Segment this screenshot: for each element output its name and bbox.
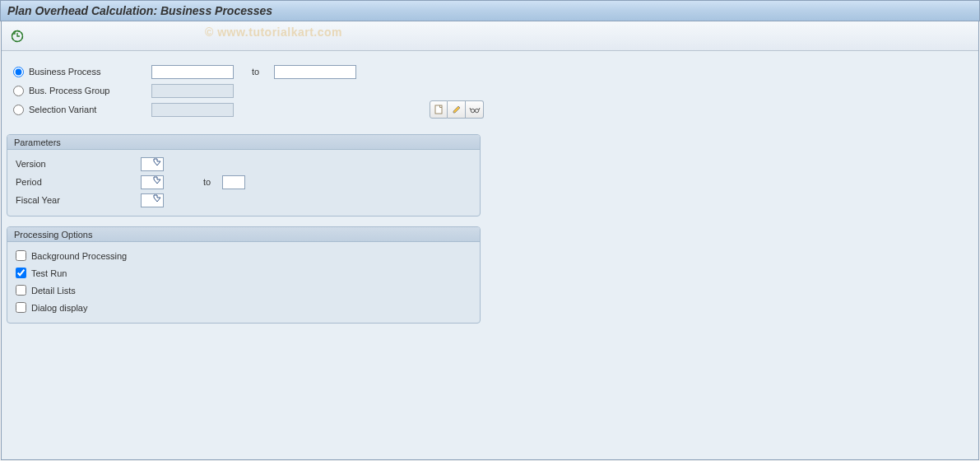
to-label: to bbox=[203, 177, 211, 187]
dialog-display-label: Dialog display bbox=[31, 303, 87, 313]
variant-change-button[interactable] bbox=[448, 100, 466, 119]
version-label: Version bbox=[12, 159, 141, 169]
business-process-row: Business Process to bbox=[10, 63, 970, 81]
content-area: Business Process to Bus. Process Group S… bbox=[2, 51, 978, 459]
glasses-icon bbox=[469, 104, 481, 115]
selection-variant-label: Selection Variant bbox=[29, 105, 96, 114]
business-process-radio[interactable] bbox=[13, 67, 24, 77]
pencil-icon bbox=[451, 104, 462, 115]
svg-rect-2 bbox=[435, 105, 442, 114]
svg-point-4 bbox=[475, 109, 478, 112]
background-processing-checkbox[interactable] bbox=[16, 250, 26, 261]
period-from-input[interactable] bbox=[141, 175, 164, 189]
processing-options-group: Processing Options Background Processing… bbox=[7, 226, 481, 324]
page-title: Plan Overhead Calculation: Business Proc… bbox=[7, 4, 272, 17]
bus-process-group-radio[interactable] bbox=[13, 86, 24, 96]
svg-point-3 bbox=[471, 109, 474, 112]
selection-block: Business Process to Bus. Process Group S… bbox=[7, 58, 973, 124]
test-run-label: Test Run bbox=[31, 268, 67, 278]
fiscal-year-input[interactable] bbox=[141, 193, 164, 207]
processing-options-title: Processing Options bbox=[7, 227, 480, 242]
version-input[interactable] bbox=[141, 157, 164, 171]
variant-buttons bbox=[430, 100, 484, 119]
test-run-checkbox[interactable] bbox=[16, 268, 26, 278]
business-process-label: Business Process bbox=[29, 67, 100, 77]
detail-lists-label: Detail Lists bbox=[31, 286, 76, 296]
selection-variant-row: Selection Variant bbox=[10, 100, 970, 119]
parameters-title: Parameters bbox=[7, 135, 480, 150]
bus-process-group-label: Bus. Process Group bbox=[29, 86, 109, 95]
execute-button[interactable] bbox=[7, 26, 28, 47]
business-process-to-input[interactable] bbox=[274, 65, 356, 79]
business-process-from-input[interactable] bbox=[151, 65, 234, 79]
version-row: Version bbox=[12, 155, 475, 173]
bus-process-group-input bbox=[151, 84, 234, 98]
period-to-input[interactable] bbox=[222, 175, 245, 189]
selection-variant-radio[interactable] bbox=[13, 105, 24, 115]
dialog-display-checkbox[interactable] bbox=[16, 302, 26, 313]
selection-variant-input bbox=[151, 103, 234, 117]
execute-icon bbox=[11, 30, 24, 43]
period-row: Period to bbox=[12, 173, 475, 191]
detail-lists-row: Detail Lists bbox=[12, 282, 475, 299]
document-icon bbox=[433, 104, 444, 115]
detail-lists-checkbox[interactable] bbox=[16, 285, 26, 296]
parameters-group: Parameters Version Period bbox=[7, 134, 481, 217]
background-processing-label: Background Processing bbox=[31, 251, 127, 261]
bus-process-group-row: Bus. Process Group bbox=[10, 81, 970, 100]
variant-display-button[interactable] bbox=[466, 100, 484, 119]
period-label: Period bbox=[12, 177, 141, 187]
window: © www.tutorialkart.com Business Process … bbox=[1, 21, 979, 460]
fiscal-year-label: Fiscal Year bbox=[12, 195, 141, 205]
background-processing-row: Background Processing bbox=[12, 247, 475, 264]
to-label: to bbox=[252, 67, 259, 77]
watermark-text: © www.tutorialkart.com bbox=[205, 26, 342, 39]
fiscal-year-row: Fiscal Year bbox=[12, 191, 475, 209]
title-bar: Plan Overhead Calculation: Business Proc… bbox=[0, 0, 980, 21]
dialog-display-row: Dialog display bbox=[12, 299, 475, 316]
test-run-row: Test Run bbox=[12, 264, 475, 282]
toolbar: © www.tutorialkart.com bbox=[2, 21, 978, 51]
variant-create-button[interactable] bbox=[430, 100, 448, 119]
